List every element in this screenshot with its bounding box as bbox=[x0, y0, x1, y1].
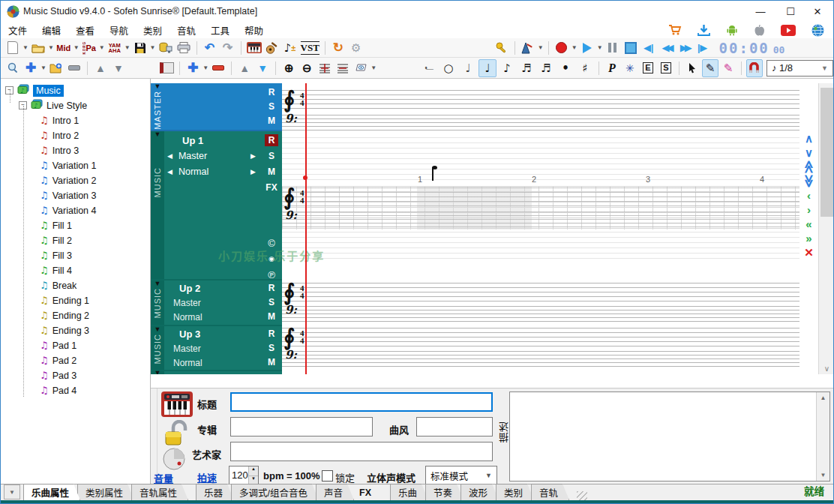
youtube-icon[interactable] bbox=[781, 25, 796, 36]
tree-item-fill-2[interactable]: ♫Fill 2 bbox=[40, 233, 72, 248]
dot-button[interactable]: • bbox=[556, 59, 574, 77]
menu-item-file[interactable]: 文件 bbox=[1, 22, 34, 39]
tab-instrument[interactable]: 乐器 bbox=[196, 484, 234, 500]
download-icon[interactable] bbox=[698, 24, 710, 36]
up2-strip[interactable]: ▼ MUSIC bbox=[151, 280, 164, 325]
collapse-triangle-icon[interactable]: ▼ bbox=[154, 83, 161, 89]
tree-item-variation-3[interactable]: ♫Variation 3 bbox=[40, 188, 97, 202]
menu-item-edit[interactable]: 编辑 bbox=[34, 22, 68, 39]
desc-scroll-down[interactable]: ▼ bbox=[817, 472, 830, 478]
up3-track-header[interactable]: ▼ MUSIC Up 3 Master Normal R S M bbox=[151, 326, 282, 370]
guitar-button[interactable] bbox=[264, 39, 280, 57]
up2-track-header[interactable]: ▼ MUSIC Up 2 Master Normal R S M bbox=[151, 280, 282, 325]
jump-down-button[interactable]: ≫ bbox=[803, 172, 814, 190]
track-down-button[interactable]: ▼ bbox=[254, 59, 271, 77]
stereo-mode-select[interactable]: 标准模式 ▼ bbox=[425, 466, 497, 485]
fast-prev-button[interactable]: « bbox=[800, 218, 818, 230]
up3-name[interactable]: Up 3 bbox=[179, 328, 200, 340]
add-track-button[interactable]: ✚ bbox=[184, 59, 201, 77]
half-note-button[interactable]: ♩ bbox=[459, 59, 477, 77]
vst-plugins-button[interactable]: VST bbox=[300, 39, 320, 57]
up1-record-button[interactable]: R bbox=[265, 134, 278, 146]
quarter-note-event[interactable] bbox=[430, 166, 437, 182]
master-record-button[interactable]: R bbox=[265, 87, 278, 98]
arrow-right-icon[interactable]: ▶ bbox=[250, 152, 256, 160]
stop-button[interactable] bbox=[622, 39, 639, 57]
quarter-note-button[interactable]: ♩ bbox=[478, 59, 496, 77]
up3-patch[interactable]: Master bbox=[173, 344, 201, 354]
zoom-out-button[interactable]: ⊖ bbox=[298, 59, 315, 77]
rewind-button[interactable]: ◀◀ bbox=[658, 39, 675, 57]
export-button[interactable] bbox=[158, 39, 174, 57]
tree-item-ending-3[interactable]: ♫Ending 3 bbox=[40, 323, 89, 338]
longa-note-button[interactable]: ♩ bbox=[420, 59, 438, 77]
midi-dropdown[interactable]: ▼ bbox=[74, 44, 80, 51]
collapse-triangle-icon[interactable]: ▼ bbox=[154, 131, 161, 137]
remove-category-button[interactable] bbox=[66, 59, 82, 77]
undo-button[interactable]: ↶ bbox=[202, 39, 218, 57]
tab-category[interactable]: 类别 bbox=[496, 484, 534, 500]
tab-category-props[interactable]: 类别属性 bbox=[77, 484, 134, 500]
menu-item-navigate[interactable]: 导航 bbox=[102, 22, 136, 39]
metronome-dropdown[interactable]: ▼ bbox=[538, 44, 544, 51]
vscroll-down-arrow[interactable]: ∨ bbox=[819, 364, 834, 373]
track-up-button[interactable]: ▲ bbox=[236, 59, 253, 77]
description-textarea[interactable]: ▲ ▼ bbox=[509, 392, 830, 482]
master-track-header[interactable]: ▼ MASTER R S M bbox=[151, 83, 282, 130]
up1-name[interactable]: Up 1 bbox=[182, 135, 203, 146]
volume-knob-icon[interactable] bbox=[161, 447, 187, 471]
tree-root-music[interactable]: −♪Music bbox=[5, 83, 64, 98]
up2-mode[interactable]: Normal bbox=[173, 312, 202, 322]
desc-scroll-up[interactable]: ▲ bbox=[817, 394, 830, 401]
menu-item-tools[interactable]: 工具 bbox=[203, 22, 237, 39]
vscroll-thumb[interactable] bbox=[820, 88, 833, 217]
thirtysecond-note-button[interactable]: ♬ bbox=[537, 59, 555, 77]
tab-song-props[interactable]: 乐曲属性 bbox=[23, 484, 80, 500]
prev-button[interactable]: ‹ bbox=[800, 190, 818, 201]
tree-item-intro-1[interactable]: ♫Intro 1 bbox=[40, 113, 79, 128]
next-button[interactable]: › bbox=[800, 204, 818, 215]
eighth-note-button[interactable]: ♪ bbox=[498, 59, 516, 77]
tab-rhythm[interactable]: 节奏 bbox=[425, 484, 464, 500]
tree-item-ending-1[interactable]: ♫Ending 1 bbox=[40, 293, 89, 308]
tab-track[interactable]: 音轨 bbox=[531, 484, 569, 500]
tree-item-pad-4[interactable]: ♫Pad 4 bbox=[40, 383, 76, 398]
tab-waveform[interactable]: 波形 bbox=[460, 484, 499, 500]
expression-button[interactable]: E bbox=[640, 59, 656, 77]
staff-canvas[interactable]: ∮ 44 9: 1234 ∮ 44 9: bbox=[282, 83, 800, 374]
yamaha-import-button[interactable]: YAMAHA bbox=[106, 39, 123, 57]
sixteenth-note-button[interactable]: ♬ bbox=[518, 59, 536, 77]
tree-item-fill-1[interactable]: ♫Fill 1 bbox=[40, 218, 72, 232]
tabs-menu-button[interactable]: ▼ bbox=[4, 484, 20, 500]
tree-item-pad-2[interactable]: ♫Pad 2 bbox=[40, 353, 76, 368]
settings-gear-icon[interactable]: ⚙ bbox=[348, 39, 364, 57]
up2-solo-button[interactable]: S bbox=[265, 297, 278, 308]
menu-item-help[interactable]: 帮助 bbox=[237, 22, 271, 39]
tree-item-break[interactable]: ♫Break bbox=[40, 278, 76, 292]
open-file-dropdown[interactable]: ▼ bbox=[48, 44, 54, 51]
pause-button[interactable] bbox=[604, 39, 621, 57]
artist-input[interactable] bbox=[230, 442, 493, 461]
staff-collapse-button[interactable] bbox=[334, 59, 351, 77]
tree-item-intro-2[interactable]: ♫Intro 2 bbox=[40, 128, 79, 142]
menu-item-view[interactable]: 查看 bbox=[68, 22, 102, 39]
tree-group-live-style[interactable]: −♪Live Style bbox=[19, 98, 87, 112]
add-folder-button[interactable] bbox=[48, 59, 64, 77]
step-forward-button[interactable]: |▶ bbox=[694, 39, 711, 57]
vertical-scrollbar[interactable]: ∨ bbox=[818, 83, 834, 374]
up3-mode[interactable]: Normal bbox=[173, 358, 202, 368]
up1-mode-selector[interactable]: ◀Normal▶ bbox=[167, 166, 256, 177]
genre-input[interactable] bbox=[416, 417, 493, 436]
up3-strip[interactable]: ▼ MUSIC bbox=[151, 326, 164, 370]
album-input[interactable] bbox=[230, 417, 373, 436]
pedal-button[interactable]: P bbox=[604, 59, 620, 77]
up2-record-button[interactable]: R bbox=[265, 283, 278, 293]
tree-item-variation-4[interactable]: ♫Variation 4 bbox=[40, 203, 97, 218]
up1-patch-selector[interactable]: ◀Master▶ bbox=[167, 151, 256, 161]
play-button[interactable] bbox=[579, 39, 596, 57]
transpose-note-button[interactable]: ♪± bbox=[282, 39, 298, 57]
master-mute-button[interactable]: M bbox=[265, 116, 278, 126]
up3-record-button[interactable]: R bbox=[265, 328, 278, 339]
eraser-tool-button[interactable]: ✎ bbox=[720, 59, 736, 77]
whole-note-button[interactable]: ○ bbox=[440, 59, 458, 77]
